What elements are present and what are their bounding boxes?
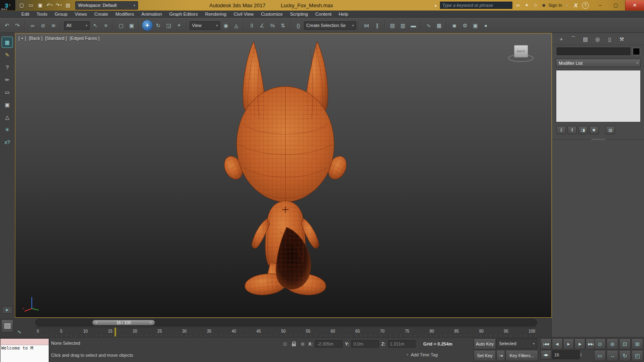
menu-item-customize[interactable]: Customize (257, 10, 286, 18)
key-mode-toggle-button[interactable]: ◀▶ (541, 350, 551, 360)
redo-button[interactable]: ↷▾ (55, 2, 62, 9)
snowflake-icon[interactable]: ✳ (2, 124, 12, 135)
align-icon[interactable]: ∥ (372, 21, 382, 30)
utilities-tab[interactable]: ⚒ (617, 35, 626, 43)
isolate-selection-icon[interactable]: ⊡ (282, 341, 288, 347)
sign-in-button[interactable]: ☻ Sign In ▾ (541, 2, 568, 8)
app-menu-button[interactable]: 3 MAX ▾ (0, 0, 15, 10)
pencil-icon[interactable]: ✏ (2, 74, 12, 85)
clone-stack-icon[interactable]: ▣ (2, 99, 12, 110)
modifier-stack-list[interactable] (556, 70, 641, 122)
viewport-label-standard[interactable]: [Standard ] (45, 36, 67, 41)
z-position-field[interactable] (388, 340, 415, 348)
auto-key-button[interactable]: Auto Key (474, 338, 496, 350)
select-and-scale-icon[interactable]: ◲ (164, 21, 173, 30)
toggle-scene-explorer-icon[interactable]: ▤ (388, 21, 397, 30)
toggle-layer-explorer-icon[interactable]: ▥ (398, 21, 408, 30)
minimize-button[interactable]: – (594, 0, 607, 10)
y-position-field[interactable] (351, 340, 379, 348)
note-edit-icon[interactable]: ▭ (2, 87, 12, 97)
snaps-toggle-icon[interactable]: 3 (247, 21, 256, 30)
select-object-icon[interactable]: ↖ (91, 21, 100, 30)
selection-filter-dropdown[interactable]: All▾ (64, 21, 90, 30)
frame-spinner[interactable]: ▴ ▾ (580, 353, 582, 357)
viewport-label-back[interactable]: [Back ] (29, 36, 43, 41)
close-button[interactable]: ✕ (625, 0, 644, 10)
time-slider-handle[interactable]: < 16 / 100 > (92, 320, 155, 325)
measure-box-icon[interactable]: ? (2, 62, 12, 72)
menu-item-civil-view[interactable]: Civil View (230, 10, 257, 18)
communication-center-icon[interactable]: ✦ (524, 2, 530, 8)
previous-frame-button[interactable]: ◀| (552, 338, 563, 350)
search-input[interactable] (440, 2, 512, 9)
chevron-down-icon[interactable]: ▾ (60, 4, 62, 7)
selection-lock-icon[interactable] (291, 341, 297, 347)
use-pivot-point-center-icon[interactable]: ◉ (221, 21, 231, 30)
menu-item-create[interactable]: Create (91, 10, 112, 18)
next-frame-button[interactable]: |▶ (574, 338, 585, 350)
zoom-all-button[interactable]: ⊚ (607, 338, 618, 350)
add-time-tag[interactable]: ◔ Add Time Tag (406, 352, 438, 357)
menu-item-help[interactable]: Help (335, 10, 352, 18)
save-file-button[interactable]: ▣ (37, 2, 44, 9)
key-filters-button[interactable]: Key Filters... (506, 350, 538, 361)
window-crossing-toggle-icon[interactable]: ▣ (127, 21, 136, 30)
menu-item-modifiers[interactable]: Modifiers (112, 10, 138, 18)
modifier-list-dropdown[interactable]: Modifier List ▾ (556, 59, 641, 67)
search-binoculars-icon[interactable]: ∞ (515, 2, 521, 8)
toggle-ribbon-icon[interactable]: ▬ (409, 21, 418, 30)
reference-coordinate-system-dropdown[interactable]: View▾ (190, 21, 220, 30)
key-mode-dropdown[interactable]: Selected ▾ (496, 338, 537, 349)
viewport-label-edged-faces[interactable]: [Edged Faces ] (70, 36, 99, 41)
maxscript-mini-listener[interactable]: Welcome to M (0, 338, 49, 362)
object-name-field[interactable] (557, 47, 630, 55)
viewport-layout-tabs-button[interactable] (1, 319, 13, 333)
rollout-grip-handle[interactable] (591, 139, 606, 140)
menu-item-views[interactable]: Views (71, 10, 91, 18)
project-folder-button[interactable]: ▤ (64, 2, 72, 9)
named-selection-sets-dropdown[interactable]: Create Selection Se▾ (304, 21, 356, 30)
fox-mesh-object[interactable] (219, 39, 352, 300)
viewcube-face-back[interactable]: BACK (514, 45, 528, 58)
menu-item-group[interactable]: Group (51, 10, 71, 18)
favorites-star-icon[interactable]: ☆ (533, 2, 539, 8)
macro-recorder-pane[interactable] (0, 339, 49, 345)
render-setup-icon[interactable]: ⚙ (460, 21, 470, 30)
motion-tab[interactable]: ◎ (593, 35, 602, 43)
edit-named-selection-sets-icon[interactable]: {} (293, 21, 303, 30)
set-key-mode-icon[interactable]: ⇥ (496, 350, 505, 361)
curve-editor-icon[interactable]: ∿ (424, 21, 433, 30)
absolute-offset-toggle-icon[interactable]: ⊞ (299, 341, 306, 347)
search-scope-arrow[interactable]: ▸ (435, 3, 437, 8)
make-unique-button[interactable]: ◨ (578, 126, 588, 134)
menu-item-tools[interactable]: Tools (33, 10, 51, 18)
material-editor-icon[interactable]: ◙ (450, 21, 459, 30)
percent-snap-icon[interactable]: % (268, 21, 277, 30)
track-bar-ruler[interactable]: 0510152025303540455055606570758085909510… (35, 327, 536, 337)
mirror-icon[interactable]: ⋈ (362, 21, 372, 30)
viewport-label-[interactable]: [ + ] (19, 36, 26, 41)
create-tab[interactable]: + (557, 35, 566, 43)
select-and-move-icon[interactable]: + (142, 20, 153, 31)
time-slider-track[interactable]: < 16 / 100 > (35, 319, 537, 326)
restore-button[interactable]: ▢ (609, 0, 622, 10)
next-frame-arrow[interactable]: > (150, 321, 152, 325)
open-file-button[interactable]: ▭ (27, 2, 35, 9)
zoom-extents-button[interactable]: ⊡ (619, 338, 631, 350)
unlink-selection-icon[interactable]: ⊘ (38, 21, 48, 30)
chevron-down-icon[interactable]: ▾ (51, 4, 53, 7)
menu-item-animation[interactable]: Animation (138, 10, 165, 18)
previous-frame-arrow[interactable]: < (95, 321, 97, 325)
x-position-field[interactable] (315, 340, 343, 348)
angle-snap-icon[interactable]: ∠ (257, 21, 267, 30)
hierarchy-tab[interactable]: ▤ (581, 35, 590, 43)
listener-pane[interactable]: Welcome to M (0, 345, 49, 362)
configure-modifier-sets-button[interactable]: ▤ (606, 126, 615, 134)
set-key-button[interactable]: Set Key (474, 350, 496, 361)
select-and-manipulate-icon[interactable]: ◬ (231, 21, 241, 30)
workspace-dropdown[interactable]: Workspace: Default ▾ (75, 1, 138, 10)
viewport-back[interactable]: [ + ][Back ][Standard ][Edged Faces ] (15, 33, 552, 318)
grid-select-icon[interactable]: ▦ (2, 37, 12, 47)
help-button[interactable]: ? (582, 2, 589, 9)
cone-icon[interactable]: △ (2, 112, 12, 122)
